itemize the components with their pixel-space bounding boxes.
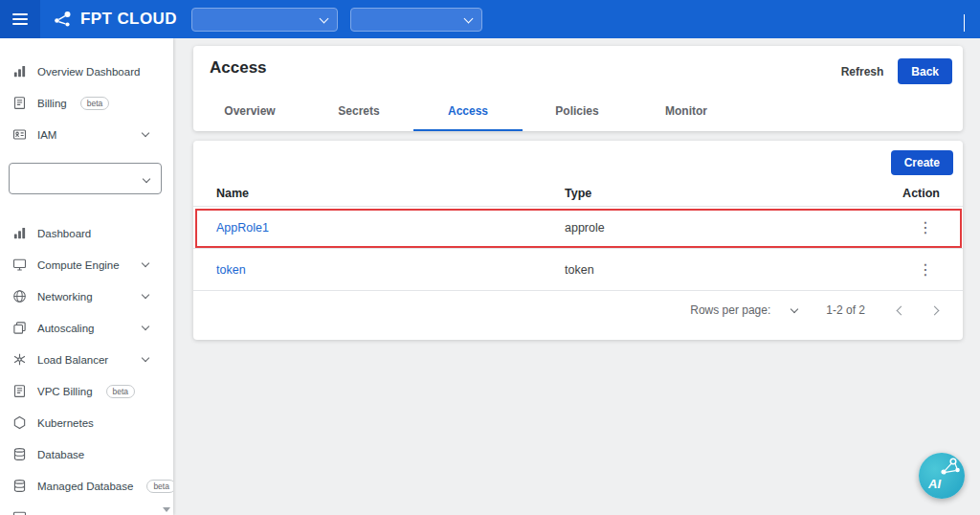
sidebar-item-label: Database (37, 449, 84, 460)
table-row-approle1[interactable]: AppRole1 approle ⋮ (193, 207, 963, 249)
header-actions: Refresh Back (841, 58, 952, 84)
access-table: Name Type Action AppRole1 approle ⋮ toke… (193, 180, 963, 329)
tab-access[interactable]: Access (413, 93, 523, 131)
sidebar-item-compute-engine[interactable]: Compute Engine (0, 249, 173, 280)
back-button[interactable]: Back (898, 58, 952, 84)
sidebar-item-managed-database[interactable]: Managed Database beta (0, 470, 173, 502)
table-row-token[interactable]: token token ⋮ (193, 249, 963, 291)
hamburger-menu-button[interactable] (0, 0, 40, 38)
fpt-cloud-logo-icon (53, 10, 74, 29)
sidebar-item-label: Load Balancer (37, 354, 108, 366)
sidebar-item-label: Managed Database (37, 481, 133, 492)
sidebar-item-partial[interactable] (0, 502, 173, 515)
sidebar-item-load-balancer[interactable]: Load Balancer (0, 344, 173, 375)
rows-per-page-dropdown[interactable] (791, 305, 798, 313)
molecule-icon (937, 456, 962, 479)
previous-page-button[interactable] (897, 305, 906, 315)
tab-overview[interactable]: Overview (195, 93, 304, 131)
sidebar-item-billing[interactable]: Billing beta (0, 87, 173, 119)
sidebar-item-label: Dashboard (37, 228, 91, 239)
chevron-down-icon (964, 14, 965, 32)
database-icon (12, 479, 27, 493)
sidebar-item-iam[interactable]: IAM (0, 119, 173, 150)
bar-chart-icon (12, 64, 27, 78)
create-button[interactable]: Create (891, 150, 953, 175)
table-header-row: Name Type Action (193, 180, 963, 207)
tab-bar: Overview Secrets Access Policies Monitor (195, 93, 741, 131)
page-header-card: Access Refresh Back Overview Secrets Acc… (193, 46, 963, 131)
chevron-down-icon (142, 129, 149, 137)
receipt-icon (12, 96, 27, 110)
sidebar-item-label: VPC Billing (37, 386, 93, 397)
hamburger-icon (12, 11, 28, 28)
kebab-menu-icon[interactable]: ⋮ (913, 262, 938, 278)
beta-badge: beta (146, 480, 173, 493)
sidebar-item-label: IAM (37, 129, 56, 141)
globe-icon (12, 289, 27, 303)
sidebar-item-database[interactable]: Database (0, 438, 173, 470)
page-title: Access (210, 58, 267, 78)
monitor-icon (12, 258, 27, 272)
project-select[interactable] (9, 163, 162, 194)
row-name-link[interactable]: AppRole1 (216, 221, 565, 235)
sidebar-item-kubernetes[interactable]: Kubernetes (0, 407, 173, 438)
brand-logo[interactable]: FPT CLOUD (53, 10, 177, 29)
ai-assistant-button[interactable]: AI (919, 453, 965, 499)
beta-badge: beta (80, 97, 110, 110)
project-dropdown[interactable] (350, 8, 482, 32)
sidebar-item-label: Networking (37, 291, 93, 302)
row-type-value: approle (565, 221, 880, 235)
sidebar-item-label: Kubernetes (37, 417, 94, 429)
brand-text: FPT CLOUD (80, 10, 177, 29)
bar-chart-icon (12, 226, 27, 240)
chevron-down-icon (142, 323, 149, 330)
account-menu-button[interactable] (964, 14, 965, 32)
monitor-icon (12, 510, 27, 515)
row-type-value: token (565, 263, 880, 277)
pagination-range: 1-2 of 2 (826, 303, 865, 317)
column-header-action: Action (902, 187, 940, 200)
column-header-type: Type (565, 187, 880, 200)
sidebar-item-autoscaling[interactable]: Autoscaling (0, 312, 173, 344)
sidebar-item-overview-dashboard[interactable]: Overview Dashboard (0, 56, 173, 87)
layers-icon (12, 321, 27, 335)
sidebar-scrollbar-down-arrow[interactable] (163, 507, 170, 512)
receipt-icon (12, 384, 27, 398)
region-dropdown[interactable] (191, 8, 338, 32)
kebab-menu-icon[interactable]: ⋮ (913, 220, 938, 235)
id-card-icon (12, 127, 27, 142)
next-page-button[interactable] (930, 305, 940, 315)
top-navigation-bar: FPT CLOUD (0, 0, 980, 38)
sidebar-item-vpc-billing[interactable]: VPC Billing beta (0, 375, 173, 407)
chevron-down-icon (143, 175, 150, 183)
tab-secrets[interactable]: Secrets (304, 93, 413, 131)
chevron-down-icon (464, 13, 474, 23)
chevron-down-icon (320, 13, 329, 23)
hub-icon (12, 352, 27, 367)
beta-badge: beta (106, 385, 136, 398)
pagination-bar: Rows per page: 1-2 of 2 (193, 291, 963, 329)
row-name-link[interactable]: token (216, 263, 565, 277)
sidebar-item-label: Overview Dashboard (37, 66, 140, 78)
ai-label: AI (928, 477, 941, 491)
sidebar-item-dashboard[interactable]: Dashboard (0, 217, 173, 249)
column-header-name: Name (216, 187, 565, 200)
chevron-down-icon (142, 354, 149, 362)
sidebar: Overview Dashboard Billing beta IAM Dash… (0, 38, 173, 515)
sidebar-item-label: Compute Engine (37, 259, 120, 271)
sidebar-item-networking[interactable]: Networking (0, 280, 173, 312)
chevron-down-icon (142, 259, 149, 267)
tab-policies[interactable]: Policies (523, 93, 632, 131)
refresh-button[interactable]: Refresh (841, 65, 884, 78)
sidebar-item-label: Billing (37, 98, 67, 109)
rows-per-page-label: Rows per page: (690, 303, 770, 317)
chevron-down-icon (142, 291, 149, 299)
database-icon (12, 447, 27, 461)
access-table-card: Create Name Type Action AppRole1 approle… (193, 141, 963, 340)
tab-monitor[interactable]: Monitor (632, 93, 741, 131)
sidebar-item-label: Autoscaling (37, 323, 94, 334)
hexagon-icon (12, 415, 27, 430)
